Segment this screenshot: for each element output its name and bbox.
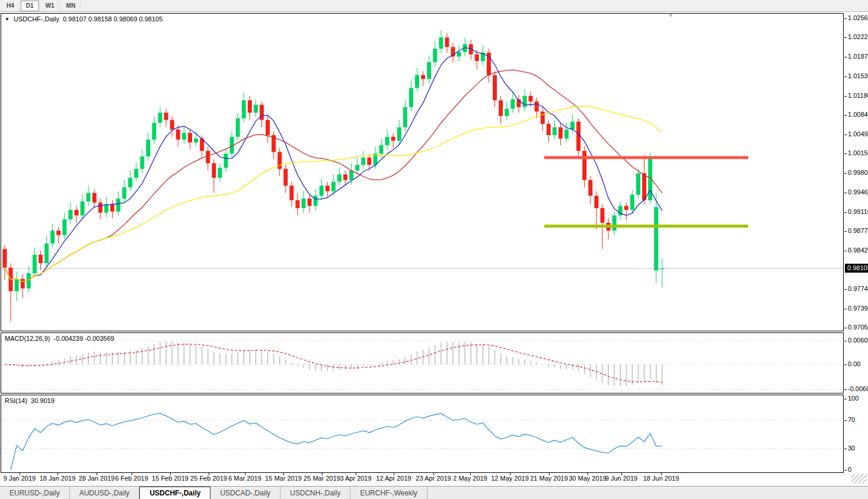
main-chart-panel[interactable]: ▼ USDCHF-,Daily 0.98107 0.98158 0.98069 … — [1, 13, 844, 331]
period-button-w1[interactable]: W1 — [40, 1, 60, 11]
price-tick: 1.02560 — [848, 14, 868, 21]
date-label: 9 Jan 2019 — [4, 475, 36, 482]
rsi-tick: 100 — [848, 395, 859, 402]
macd-tick: 0.006058 — [848, 337, 868, 344]
date-label: 15 Mar 2019 — [265, 475, 302, 482]
chart-end-marker-icon[interactable]: ▼ — [668, 12, 674, 18]
date-label: 30 May 2019 — [569, 475, 607, 482]
date-label: 2 May 2019 — [453, 475, 487, 482]
period-button-h4[interactable]: H4 — [1, 1, 20, 11]
date-label: 15 Feb 2019 — [152, 475, 189, 482]
price-tick: 0.97740 — [848, 285, 868, 292]
price-tick: 1.01530 — [848, 72, 868, 79]
price-tick: 0.98770 — [848, 227, 868, 234]
price-tick: 0.97390 — [848, 305, 868, 312]
mt4-window: { "toolbar": { "periods": [ {"label": "H… — [0, 0, 868, 499]
price-tick: 1.00490 — [848, 130, 868, 137]
rsi-tick: 30 — [848, 444, 855, 452]
price-tick: 0.98420 — [848, 247, 868, 254]
macd-tick: 0.00 — [848, 360, 860, 367]
chart-tabbar: EURUSD-,DailyAUDUSD-,DailyUSDCHF-,DailyU… — [0, 486, 868, 499]
rsi-tick: 0 — [848, 466, 851, 473]
chart-tab-audusddaily[interactable]: AUDUSD-,Daily — [70, 487, 140, 499]
chart-title-symbol: USDCHF-,Daily — [14, 15, 59, 23]
price-tick: 1.00150 — [848, 149, 868, 156]
rsi-tick: 70 — [848, 416, 855, 423]
chart-title-quote: 0.98107 0.98158 0.98069 0.98105 — [63, 15, 162, 23]
scroll-grip[interactable] — [851, 474, 867, 484]
price-tick: 1.01870 — [848, 53, 868, 60]
date-label: 25 Feb 2019 — [190, 475, 227, 482]
date-axis[interactable]: 9 Jan 201918 Jan 201928 Jan 20196 Feb 20… — [0, 473, 868, 486]
price-tick: 1.01180 — [848, 92, 868, 99]
symbol-dropdown-icon[interactable]: ▼ — [5, 17, 9, 22]
date-label: 28 Jan 2019 — [79, 475, 115, 482]
chart-tab-eurusddaily[interactable]: EURUSD-,Daily — [0, 487, 70, 499]
date-label: 25 Mar 2019 — [304, 475, 340, 482]
period-button-d1[interactable]: D1 — [21, 1, 39, 11]
rsi-chart — [1, 395, 843, 472]
date-label: 6 Mar 2019 — [228, 475, 261, 482]
macd-tick: -0.006096 — [848, 385, 868, 392]
date-label: 12 May 2019 — [491, 475, 529, 482]
price-tick: 0.97050 — [848, 324, 868, 331]
price-tick: 1.02220 — [848, 33, 868, 40]
period-button-mn[interactable]: MN — [61, 1, 81, 11]
period-toolbar: H4D1W1MN — [0, 0, 868, 12]
macd-values: -0.004239 -0.003569 — [54, 335, 114, 342]
date-label: 3 Apr 2019 — [340, 475, 371, 482]
macd-chart — [1, 333, 843, 393]
date-label: 23 Apr 2019 — [416, 475, 451, 482]
macd-panel[interactable]: MACD(12,26,9) -0.004239 -0.003569 — [1, 332, 844, 394]
price-tick: 1.00840 — [848, 111, 868, 118]
date-label: 21 May 2019 — [530, 475, 568, 482]
chart-tab-usdcaddaily[interactable]: USDCAD-,Daily — [210, 487, 280, 499]
candlestick-chart[interactable] — [1, 14, 843, 331]
rsi-panel[interactable]: RSI(14) 30.9019 — [1, 395, 844, 473]
macd-name: MACD(12,26,9) — [5, 335, 50, 342]
rsi-name: RSI(14) — [5, 397, 27, 404]
date-label: 6 Feb 2019 — [115, 475, 148, 482]
date-label: 18 Jun 2019 — [643, 475, 679, 482]
rsi-value: 30.9019 — [31, 397, 55, 404]
date-label: 12 Apr 2019 — [376, 475, 411, 482]
price-tick: 0.99800 — [848, 169, 868, 176]
chart-tab-usdcnhdaily[interactable]: USDCNH-,Daily — [280, 487, 350, 499]
price-tick: 0.99460 — [848, 188, 868, 196]
macd-label: MACD(12,26,9) -0.004239 -0.003569 — [5, 335, 114, 342]
chart-tab-eurchfweekly[interactable]: EURCHF-,Weekly — [350, 487, 427, 499]
date-label: 9 Jun 2019 — [605, 475, 637, 482]
chart-tab-usdchfdaily[interactable]: USDCHF-,Daily — [139, 487, 210, 499]
current-price-badge: 0.98105 — [845, 264, 868, 273]
price-tick: 0.99110 — [848, 208, 868, 215]
date-label: 18 Jan 2019 — [40, 475, 76, 482]
rsi-label: RSI(14) 30.9019 — [5, 397, 55, 404]
chart-title: ▼ USDCHF-,Daily 0.98107 0.98158 0.98069 … — [5, 15, 162, 23]
